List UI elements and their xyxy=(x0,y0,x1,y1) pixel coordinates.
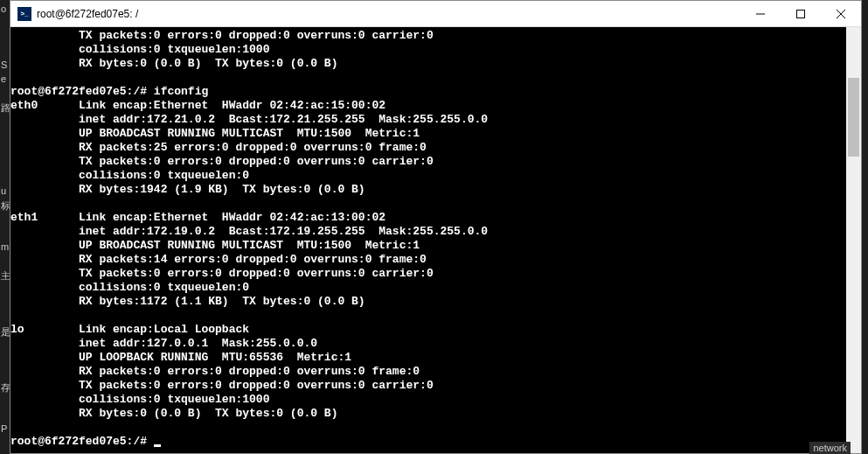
minimize-button[interactable] xyxy=(740,1,781,26)
svg-rect-1 xyxy=(797,10,805,17)
scrollbar-thumb[interactable] xyxy=(848,78,859,157)
terminal-cursor xyxy=(154,444,161,447)
close-button[interactable] xyxy=(821,1,861,26)
bg-text-fragment: P xyxy=(1,423,7,434)
minimize-icon xyxy=(756,10,765,18)
terminal-area: TX packets:0 errors:0 dropped:0 overruns… xyxy=(10,27,861,453)
maximize-icon xyxy=(796,10,805,18)
bg-text-fragment: m xyxy=(1,241,9,252)
close-icon xyxy=(837,10,845,18)
background-text-fragment: network xyxy=(809,442,851,454)
background-window-right-edge xyxy=(862,0,868,454)
bg-text-fragment: S xyxy=(1,59,7,70)
vertical-scrollbar[interactable] xyxy=(846,27,861,453)
window-title: root@6f272fed07e5: / xyxy=(31,8,740,20)
bg-text-fragment: o xyxy=(1,3,6,14)
window-titlebar[interactable]: root@6f272fed07e5: / xyxy=(10,1,861,27)
maximize-button[interactable] xyxy=(781,1,821,26)
bg-text-fragment: u xyxy=(1,185,6,196)
powershell-icon xyxy=(17,7,31,21)
terminal-window: root@6f272fed07e5: / TX packets:0 errors… xyxy=(10,0,862,454)
background-window-left-edge: oSe路u标m主是存P xyxy=(0,0,10,454)
bg-text-fragment: e xyxy=(1,73,6,84)
terminal-output[interactable]: TX packets:0 errors:0 dropped:0 overruns… xyxy=(10,27,846,453)
window-controls xyxy=(740,1,861,26)
